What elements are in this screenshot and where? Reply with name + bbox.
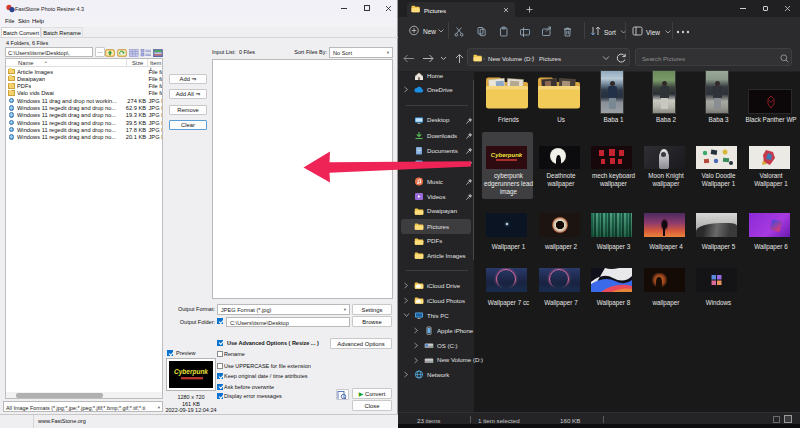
svg-text:Cyberpunk: Cyberpunk [174,368,208,376]
svg-text:Sort: Sort [604,29,616,36]
svg-text:View: View [646,29,660,36]
svg-text:Cyberpunk: Cyberpunk [491,152,523,158]
svg-text:New: New [423,28,436,35]
